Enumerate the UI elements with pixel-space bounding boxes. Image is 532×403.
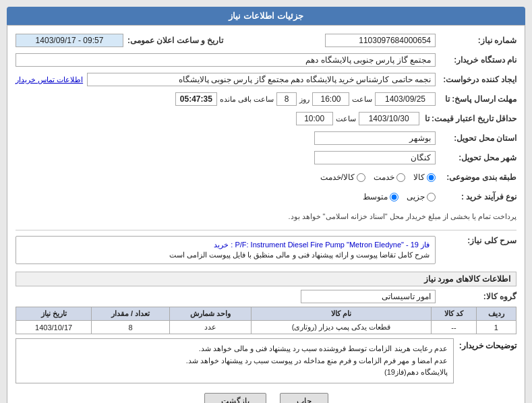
jadval-fields: 1403/10/30 ساعت 10:00 bbox=[16, 112, 419, 125]
bazgasht-button[interactable]: بازگشت bbox=[204, 393, 266, 403]
cell-name: قطعات یدکی پمپ دیزار (روتاری) bbox=[251, 321, 432, 334]
nove-jozi-radio[interactable] bbox=[427, 193, 436, 202]
jadval-date: 1403/10/30 bbox=[359, 112, 419, 125]
row-name-dastgah: نام دستگاه خریدار: مجتمع گاز پارس جنوبی … bbox=[16, 52, 516, 68]
sarh-desc: شرح کامل تقاضا پیوست و ارائه پیشنهاد فنی… bbox=[22, 251, 430, 259]
row-sarh: سرح کلی نیاز: خرید : P/F: Instrument Die… bbox=[16, 236, 516, 268]
tozihat-label: توضیحات خریدار: bbox=[454, 338, 516, 350]
tarikh-value: 1403/09/17 - 09:57 bbox=[16, 34, 123, 47]
grohe-kala-label: گروه کالا: bbox=[436, 292, 516, 301]
cell-tarikh: 1403/10/17 bbox=[16, 321, 92, 334]
mohlet-countdown: 05:47:35 bbox=[175, 92, 217, 106]
ostan-value: بوشهر bbox=[314, 131, 436, 145]
tarikh-label: تاریخ و ساعت اعلان عمومی: bbox=[123, 36, 223, 45]
tabaqe-kala-item[interactable]: کالا bbox=[413, 173, 436, 182]
mohlet-roz: 8 bbox=[276, 92, 297, 106]
row-grohe-kala: گروه کالا: امور تاسیساتی bbox=[16, 290, 516, 303]
nove-jozi-label: جزیی bbox=[407, 192, 425, 202]
mohlet-label: مهلت ارسال پاسخ: تا bbox=[436, 94, 516, 104]
row-mohlet: مهلت ارسال پاسخ: تا 1403/09/25 ساعت 16:0… bbox=[16, 91, 516, 107]
th-name: نام کالا bbox=[251, 307, 432, 321]
etelaat-kalaha-title: اطلاعات کالاهای مورد نیاز bbox=[16, 272, 516, 286]
grohe-kala-value: امور تاسیساتی bbox=[301, 290, 436, 303]
nove-jozi-item[interactable]: جزیی bbox=[407, 192, 436, 202]
tabaqe-radio-group: کالا خدمت کالا/خدمت bbox=[320, 173, 436, 182]
row-ostan: استان محل تحویل: بوشهر bbox=[16, 130, 516, 146]
ostan-label: استان محل تحویل: bbox=[436, 133, 516, 143]
mohlet-date: 1403/09/25 bbox=[375, 92, 436, 106]
tabaqe-kala-label: کالا bbox=[413, 173, 425, 182]
jadval-time: 10:00 bbox=[296, 112, 333, 125]
mohlet-fields: 1403/09/25 ساعت 16:00 روز 8 ساعت باقی ما… bbox=[16, 92, 436, 106]
cell-kod: -- bbox=[432, 321, 476, 334]
th-vahed: واحد شمارش bbox=[169, 307, 251, 321]
row-shahr: شهر محل تحویل: کنگان bbox=[16, 150, 516, 166]
th-kod: کد کالا bbox=[432, 307, 476, 321]
divider1 bbox=[16, 230, 516, 230]
ijad-konande-value: نجمه حاتمی کارشناس خرید پالایشگاه دهم مج… bbox=[87, 73, 436, 86]
tabaqe-kala-khedmat-item[interactable]: کالا/خدمت bbox=[320, 173, 365, 182]
table-row: 1 -- قطعات یدکی پمپ دیزار (روتاری) عدد 8… bbox=[16, 321, 516, 334]
tabaqe-khedmat-item[interactable]: خدمت bbox=[374, 173, 405, 182]
table-header-row: ردیف کد کالا نام کالا واحد شمارش تعداد /… bbox=[16, 307, 516, 321]
pardakht-text: پرداخت تمام یا بخشی از مبلغ خریدار محل "… bbox=[288, 212, 516, 221]
tabaqe-khedmat-radio[interactable] bbox=[396, 173, 405, 182]
kalaha-table: ردیف کد کالا نام کالا واحد شمارش تعداد /… bbox=[16, 307, 516, 334]
tabaqe-label: طبقه بندی موضوعی: bbox=[436, 173, 516, 182]
bottom-buttons: چاپ بازگشت bbox=[16, 393, 516, 403]
page-header: جزئیات اطلاعات نیاز bbox=[7, 7, 525, 25]
tabaqe-kala-radio[interactable] bbox=[427, 173, 436, 182]
roz-label: روز bbox=[299, 95, 309, 104]
th-tedad: تعداد / مقدار bbox=[92, 307, 170, 321]
saeat-label2: ساعت bbox=[336, 115, 356, 123]
nove-farayand-radio-group: جزیی متوسط bbox=[363, 192, 436, 202]
main-card: شماره نیاز: 1103097684000654 تاریخ و ساع… bbox=[7, 25, 525, 403]
name-dastgah-label: نام دستگاه خریدار: bbox=[436, 55, 516, 65]
mande-label: ساعت باقی مانده bbox=[220, 95, 274, 104]
row-tabaqe: طبقه بندی موضوعی: کالا خدمت کالا/خدمت bbox=[16, 169, 516, 185]
tabaqe-khedmat-label: خدمت bbox=[374, 173, 394, 182]
th-tarikh: تاریخ نیاز bbox=[16, 307, 92, 321]
page-wrapper: جزئیات اطلاعات نیاز شماره نیاز: 11030976… bbox=[0, 0, 532, 403]
tozihat-box: عدم رعایت هریند الزامات توسط فروشنده سبب… bbox=[16, 338, 454, 383]
shomare-niaz-value: 1103097684000654 bbox=[325, 34, 436, 47]
th-radif: ردیف bbox=[476, 307, 516, 321]
row-jadval: حداقل تاریخ اعتبار قیمت: تا 1403/10/30 س… bbox=[16, 111, 516, 127]
table-body: 1 -- قطعات یدکی پمپ دیزار (روتاری) عدد 8… bbox=[16, 321, 516, 334]
row-nove-farayand: نوع فرآیند خرید : جزیی متوسط bbox=[16, 189, 516, 205]
nove-motevaset-radio[interactable] bbox=[390, 193, 398, 202]
cell-tedad: 8 bbox=[92, 321, 170, 334]
mohlet-time: 16:00 bbox=[312, 92, 349, 106]
nove-motevaset-label: متوسط bbox=[363, 192, 388, 202]
sarh-section: خرید : P/F: Instrument Diesel Fire Pump … bbox=[16, 236, 436, 264]
row-ijad: ایجاد کننده درخواست: نجمه حاتمی کارشناس … bbox=[16, 71, 516, 88]
tabaqe-kala-khedmat-label: کالا/خدمت bbox=[320, 173, 355, 182]
tabaqe-kala-khedmat-radio[interactable] bbox=[357, 173, 365, 182]
row-pardakht: پرداخت تمام یا بخشی از مبلغ خریدار محل "… bbox=[16, 208, 516, 224]
name-dastgah-value: مجتمع گاز پارس جنوبی پالایشگاه دهم bbox=[16, 53, 436, 67]
nove-farayand-label: نوع فرآیند خرید : bbox=[436, 192, 516, 202]
shomare-niaz-label: شماره نیاز: bbox=[436, 36, 516, 45]
header-title: جزئیات اطلاعات نیاز bbox=[229, 11, 303, 21]
jadval-label: حداقل تاریخ اعتبار قیمت: تا bbox=[419, 114, 516, 123]
chap-button[interactable]: چاپ bbox=[280, 393, 328, 403]
shahr-value: کنگان bbox=[314, 151, 436, 164]
sarh-title: خرید : P/F: Instrument Diesel Fire Pump … bbox=[22, 241, 430, 249]
cell-vahed: عدد bbox=[169, 321, 251, 334]
saeat-label: ساعت bbox=[352, 95, 372, 104]
cell-radif: 1 bbox=[476, 321, 516, 334]
shahr-label: شهر محل تحویل: bbox=[436, 153, 516, 162]
ijad-konande-label: ایجاد کننده درخواست: bbox=[436, 75, 516, 84]
nove-motevaset-item[interactable]: متوسط bbox=[363, 192, 398, 202]
etelaat-tamas-link[interactable]: اطلاعات تماس خریدار bbox=[16, 75, 83, 84]
sarh-label: سرح کلی نیاز: bbox=[436, 236, 516, 245]
row-shomare-tarikh: شماره نیاز: 1103097684000654 تاریخ و ساع… bbox=[16, 32, 516, 49]
row-tozihat: توضیحات خریدار: عدم رعایت هریند الزامات … bbox=[16, 338, 516, 386]
